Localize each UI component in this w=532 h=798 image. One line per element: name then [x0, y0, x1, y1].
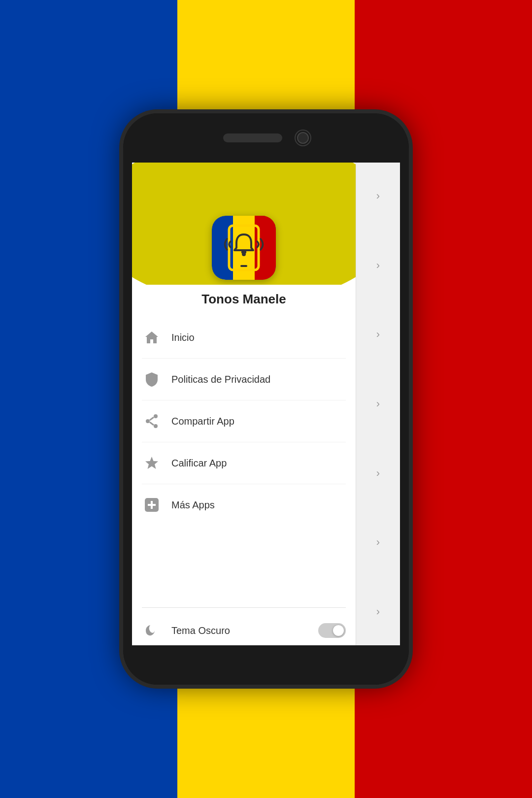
menu-list: Inicio Politicas de Privacidad: [132, 317, 356, 605]
compartir-label: Compartir App: [171, 416, 346, 427]
mas-apps-label: Más Apps: [171, 499, 346, 511]
menu-item-calificar[interactable]: Calificar App: [142, 442, 346, 484]
svg-rect-16: [148, 504, 156, 506]
plus-box-icon: [142, 495, 162, 515]
dark-mode-toggle[interactable]: [318, 623, 346, 638]
star-icon: [142, 453, 162, 473]
sidebar-chevron-6[interactable]: ›: [356, 523, 400, 562]
share-icon: [142, 411, 162, 431]
chevron-icon-4: ›: [376, 398, 380, 410]
svg-point-9: [154, 414, 158, 418]
phone-speaker: [223, 133, 282, 142]
svg-point-10: [146, 419, 150, 423]
shield-icon: [142, 369, 162, 389]
chevron-icon-5: ›: [376, 467, 380, 480]
sidebar-chevron-7[interactable]: ›: [356, 592, 400, 632]
menu-item-inicio[interactable]: Inicio: [142, 317, 346, 359]
svg-line-13: [150, 422, 154, 425]
phone-bottom-bar: [123, 645, 409, 685]
sidebar-chevron-4[interactable]: ›: [356, 384, 400, 424]
chevron-icon-2: ›: [376, 259, 380, 272]
phone-top-bar: [123, 113, 409, 163]
main-panel: Tonos Manele Inicio: [132, 157, 356, 651]
divider: [142, 607, 346, 608]
phone-camera: [297, 132, 309, 144]
inicio-label: Inicio: [171, 332, 346, 343]
chevron-icon-6: ›: [376, 536, 380, 549]
calificar-label: Calificar App: [171, 458, 346, 469]
right-panel: › › › › › › ›: [356, 157, 400, 651]
menu-item-mas-apps[interactable]: Más Apps: [142, 484, 346, 526]
phone-frame: Tonos Manele Inicio: [123, 113, 409, 685]
sidebar-chevron-2[interactable]: ›: [356, 246, 400, 285]
privacidad-label: Politicas de Privacidad: [171, 374, 346, 385]
sidebar-chevron-3[interactable]: ›: [356, 315, 400, 354]
chevron-icon-7: ›: [376, 605, 380, 618]
moon-icon: [142, 621, 162, 640]
dark-mode-label: Tema Oscuro: [171, 625, 318, 636]
chevron-icon-1: ›: [376, 190, 380, 202]
svg-rect-8: [240, 265, 247, 267]
chevron-icon-3: ›: [376, 328, 380, 341]
sidebar-chevron-5[interactable]: ›: [356, 454, 400, 493]
app-icon: [212, 216, 276, 280]
phone-screen: Tonos Manele Inicio: [132, 157, 400, 651]
header-arc: [132, 157, 356, 285]
toggle-knob: [333, 625, 344, 636]
menu-item-compartir[interactable]: Compartir App: [142, 400, 346, 442]
svg-point-7: [242, 252, 246, 256]
svg-point-11: [154, 424, 158, 428]
menu-item-privacidad[interactable]: Politicas de Privacidad: [142, 359, 346, 400]
app-title: Tonos Manele: [132, 285, 356, 317]
svg-line-12: [150, 417, 154, 420]
home-icon: [142, 328, 162, 347]
sidebar-chevron-1[interactable]: ›: [356, 176, 400, 216]
